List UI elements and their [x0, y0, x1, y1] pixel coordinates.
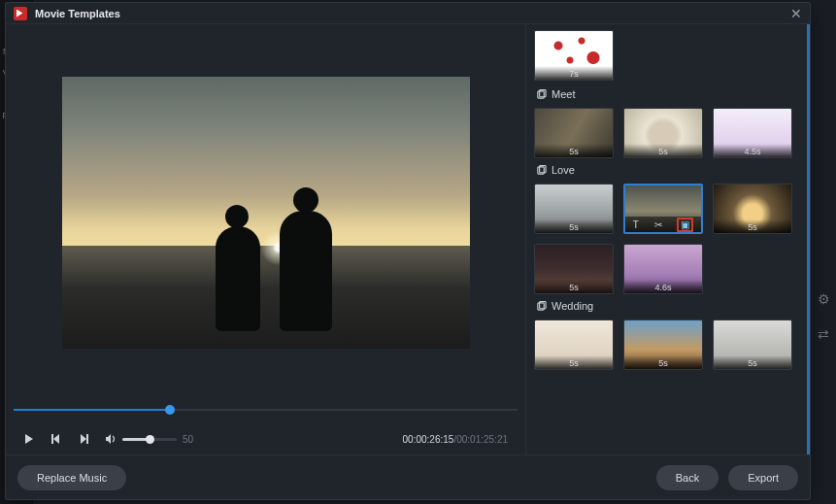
preview-art	[62, 77, 470, 349]
template-thumb[interactable]: 5s	[534, 319, 614, 370]
template-grid: 5sT✂▣5s5s4.6s	[534, 184, 799, 294]
volume-track[interactable]	[122, 438, 177, 441]
thumb-duration: 7s	[535, 66, 613, 80]
dialog-footer: Replace Music Back Export	[6, 454, 810, 499]
copy-icon	[536, 89, 547, 100]
volume-control[interactable]: 50	[105, 433, 193, 445]
copy-icon	[536, 165, 547, 176]
movie-templates-dialog: Movie Templates ✕	[5, 2, 811, 500]
template-thumb[interactable]: 5s	[713, 319, 792, 370]
back-button[interactable]: Back	[656, 465, 719, 490]
volume-value: 50	[183, 434, 193, 445]
export-button[interactable]: Export	[728, 465, 798, 490]
category-name: Wedding	[552, 300, 593, 312]
replace-music-button[interactable]: Replace Music	[17, 465, 126, 490]
template-category: Wedding5s5s5s	[534, 300, 799, 370]
thumb-duration: 5s	[714, 219, 791, 233]
preview-viewport	[25, 28, 506, 397]
timecode: 00:00:26:15/00:01:25:21	[403, 434, 508, 445]
dialog-title: Movie Templates	[35, 8, 120, 19]
template-thumb[interactable]: 4.6s	[623, 244, 703, 294]
template-list[interactable]: 7s Meet5s5s4.5sLove5sT✂▣5s5s4.6sWedding5…	[526, 24, 810, 454]
copy-icon	[536, 301, 547, 312]
player-controls: 50 00:00:26:15/00:01:25:21	[10, 424, 521, 454]
image-tool-icon[interactable]: ▣	[677, 218, 693, 232]
thumb-duration: 4.6s	[624, 280, 702, 293]
shuffle-icon[interactable]: ⇄	[818, 326, 829, 342]
template-grid: 5s5s4.5s	[534, 108, 799, 158]
category-name: Love	[552, 164, 575, 176]
template-thumb[interactable]: 5s	[534, 108, 614, 158]
template-thumb[interactable]: 5s	[623, 108, 703, 158]
app-logo-icon	[14, 7, 27, 20]
svg-rect-0	[51, 434, 53, 444]
category-header: Love	[536, 164, 799, 176]
text-tool-icon[interactable]: T	[633, 219, 639, 230]
template-thumb[interactable]: 7s	[534, 30, 614, 81]
thumb-tools: T✂▣	[625, 217, 701, 232]
titlebar: Movie Templates ✕	[6, 3, 810, 24]
thumb-duration: 4.5s	[714, 144, 791, 157]
preview-panel: 50 00:00:26:15/00:01:25:21	[6, 24, 526, 454]
thumb-duration: 5s	[535, 355, 613, 369]
thumb-duration: 5s	[714, 355, 791, 369]
volume-icon[interactable]	[105, 433, 117, 445]
thumb-duration: 5s	[624, 355, 702, 369]
next-frame-icon[interactable]	[78, 433, 89, 445]
preview-art	[216, 226, 260, 331]
thumb-duration: 5s	[624, 144, 702, 157]
preview-frame	[62, 77, 470, 349]
category-header: Wedding	[536, 300, 799, 312]
scrub-bar[interactable]	[14, 397, 518, 424]
thumb-duration: 5s	[535, 219, 613, 233]
close-icon[interactable]: ✕	[790, 6, 802, 21]
template-thumb[interactable]: 5s	[623, 319, 703, 370]
preview-art	[280, 211, 332, 331]
category-name: Meet	[552, 88, 575, 100]
template-thumb[interactable]: 5s	[713, 184, 792, 234]
cut-tool-icon[interactable]: ✂	[654, 219, 662, 230]
thumb-duration: 5s	[535, 144, 613, 157]
time-total: 00:01:25:21	[456, 434, 508, 445]
scrub-fill	[14, 409, 170, 411]
prev-frame-icon[interactable]	[50, 433, 62, 445]
scrub-knob[interactable]	[165, 405, 175, 415]
template-thumb[interactable]: 4.5s	[713, 108, 792, 158]
right-tool-strip: ⚙ ⇄	[811, 291, 836, 342]
template-thumb[interactable]: 5s	[534, 184, 614, 234]
template-thumb[interactable]: 5s	[534, 244, 614, 294]
thumb-duration: 5s	[535, 280, 613, 293]
volume-knob[interactable]	[146, 435, 154, 444]
time-current: 00:00:26:15	[403, 434, 454, 445]
play-icon[interactable]	[23, 433, 35, 445]
template-category: Love5sT✂▣5s5s4.6s	[534, 164, 799, 294]
gear-icon[interactable]: ⚙	[818, 291, 830, 307]
template-grid: 5s5s5s	[534, 319, 799, 370]
template-category: Meet5s5s4.5s	[534, 88, 799, 158]
svg-rect-1	[86, 434, 88, 444]
category-header: Meet	[536, 88, 799, 100]
template-thumb[interactable]: T✂▣	[623, 184, 703, 234]
